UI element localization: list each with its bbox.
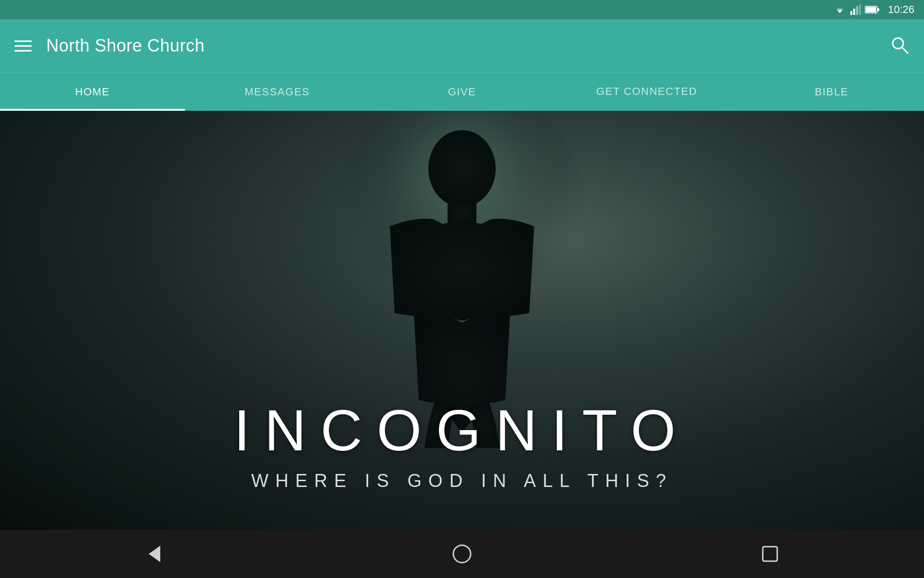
svg-marker-12 (149, 546, 160, 562)
svg-line-8 (902, 48, 909, 54)
hero-title: INCOGNITO (0, 397, 924, 463)
hero-subtitle: WHERE IS GOD IN ALL THIS? (0, 471, 924, 491)
hero-section: INCOGNITO WHERE IS GOD IN ALL THIS? (0, 111, 924, 530)
battery-icon (865, 5, 879, 14)
bottom-nav (0, 530, 924, 578)
tab-bar: HOME MESSAGES GIVE GET CONNECTED BIBLE (0, 72, 924, 111)
app-bar: North Shore Church (0, 19, 924, 72)
tab-home[interactable]: HOME (0, 73, 185, 111)
hero-text-container: INCOGNITO WHERE IS GOD IN ALL THIS? (0, 397, 924, 491)
svg-rect-6 (877, 8, 879, 11)
svg-point-7 (893, 38, 903, 49)
tab-give[interactable]: GIVE (370, 73, 554, 111)
app-bar-left: North Shore Church (14, 36, 205, 56)
tab-bible[interactable]: BIBLE (739, 73, 924, 111)
tab-messages[interactable]: MESSAGES (185, 73, 370, 111)
svg-rect-14 (763, 547, 777, 561)
svg-rect-0 (850, 11, 852, 15)
back-icon (142, 542, 166, 566)
app-title: North Shore Church (46, 36, 205, 56)
search-icon (889, 35, 910, 55)
recents-icon (758, 542, 782, 566)
status-icons: 10:26 (833, 3, 914, 16)
svg-rect-5 (865, 7, 876, 13)
recents-button[interactable] (751, 535, 789, 573)
tab-get-connected[interactable]: GET CONNECTED (554, 73, 739, 111)
back-button[interactable] (135, 535, 173, 573)
wifi-icon (833, 4, 847, 15)
svg-rect-11 (448, 200, 476, 224)
svg-point-10 (428, 130, 496, 207)
svg-rect-2 (856, 6, 858, 15)
svg-point-13 (453, 545, 471, 563)
home-icon (450, 542, 474, 566)
status-bar: 10:26 (0, 0, 924, 19)
hamburger-menu-button[interactable] (14, 40, 32, 52)
search-button[interactable] (889, 35, 910, 57)
signal-icon (850, 4, 861, 15)
svg-rect-1 (853, 9, 855, 15)
status-time: 10:26 (888, 3, 914, 16)
home-button[interactable] (443, 535, 481, 573)
svg-rect-3 (859, 4, 861, 15)
